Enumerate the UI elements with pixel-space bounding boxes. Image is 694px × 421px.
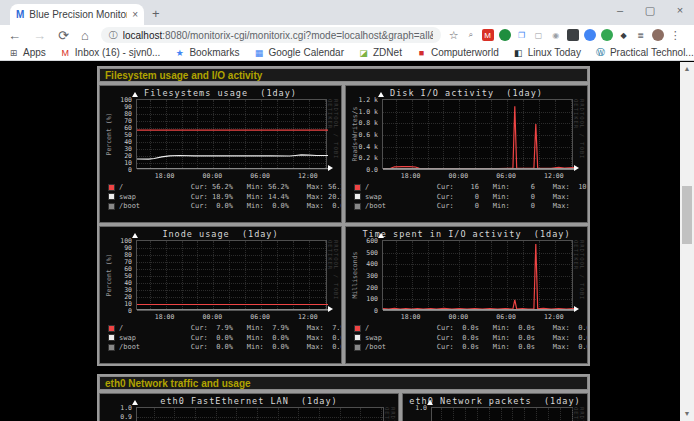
scroll-up-icon[interactable]: ▲ <box>680 62 694 76</box>
scroll-down-icon[interactable]: ▼ <box>680 407 694 421</box>
y-tick-label: 400 <box>346 260 378 268</box>
rrdtool-watermark: RRDTOOL / TOBI OETIKER <box>327 99 339 169</box>
bookmark-zdnet-icon: ◪ <box>358 48 369 58</box>
chart-filesystems-usage: Filesystems usage (1day)Percent (%)10090… <box>99 85 342 223</box>
bookmark-label: Practical Technol... <box>610 47 694 58</box>
legend-cur: Cur: 0.0s <box>417 324 479 332</box>
bookmark-label: Inbox (16) - sjvn0... <box>75 47 161 58</box>
bookmark-practical-technol[interactable]: ⓌPractical Technol... <box>595 46 694 59</box>
v-gridline <box>195 408 196 421</box>
monitorix-page: Filesystem usage and I/O activity Filesy… <box>0 62 694 421</box>
legend-max: Max: 0.0s <box>535 343 588 351</box>
v-gridline <box>536 408 537 421</box>
bookmark-star-icon[interactable]: ☆ <box>449 29 459 42</box>
green-circle-extension-icon[interactable] <box>601 29 613 41</box>
legend-cur: Cur: 18.9% <box>171 193 233 201</box>
x-tick-label: 06:00 <box>245 313 275 321</box>
y-tick-label: 300 <box>346 272 378 280</box>
home-button[interactable]: ⌂ <box>81 28 89 43</box>
v-gridline <box>360 408 361 421</box>
profile-avatar[interactable] <box>652 29 664 41</box>
new-tab-button[interactable]: + <box>152 6 160 21</box>
rrdtool-watermark: RRDTOOL / TOBI OETIKER <box>573 407 585 421</box>
bookmark-bookmarks[interactable]: ★Bookmarks <box>174 47 239 58</box>
legend-min: Min: 0.0s <box>479 334 535 342</box>
legend-row: /Cur: 0.0sMin: 0.0sMax: 0.6s <box>354 324 583 332</box>
tab-close-icon[interactable]: × <box>132 9 138 20</box>
page-info-icon[interactable]: ⓘ <box>109 29 118 42</box>
monitorix-favicon: M <box>16 9 24 20</box>
reload-button[interactable]: ⟳ <box>58 28 69 43</box>
legend-swatch <box>108 334 115 341</box>
v-gridline <box>441 408 442 421</box>
legend-row: swapCur: 18.9%Min: 14.4%Max: 20.5% <box>108 193 337 201</box>
gmail-extension-icon[interactable]: M <box>482 29 494 41</box>
search-extension-icon[interactable]: ⌕ <box>465 29 477 41</box>
legend-name: swap <box>119 334 171 342</box>
legend-swatch <box>108 203 115 210</box>
bookmark-zdnet[interactable]: ◪ZDNet <box>358 47 402 58</box>
legend-name: / <box>119 183 171 191</box>
legend-max: Max: 0 <box>535 193 588 201</box>
y-tick-label: 1.2 k <box>346 96 378 104</box>
x-tick-label: 06:00 <box>491 313 521 321</box>
legend-swatch <box>354 334 361 341</box>
v-gridline <box>340 408 341 421</box>
y-tick-label: 1.0 <box>100 404 132 412</box>
address-bar[interactable]: ⓘ localhost:8080/monitorix-cgi/monitorix… <box>101 27 441 43</box>
copy-pages-extension-icon[interactable]: ❐ <box>516 29 528 41</box>
chart-eth0-lan: eth0 FastEthernet LAN (1day)1.00.9RRDTOO… <box>99 393 399 421</box>
v-gridline <box>298 408 299 421</box>
minimize-button[interactable]: – <box>614 4 626 17</box>
bookmark-inbox[interactable]: MInbox (16) - sjvn0... <box>60 47 161 58</box>
chart-inode-usage: Inode usage (1day)Percent (%)10090807060… <box>99 226 342 364</box>
dark-square-extension-icon[interactable] <box>567 29 579 41</box>
plot-area <box>136 99 327 169</box>
bookmark-apps[interactable]: ⊞Apps <box>8 47 46 58</box>
maximize-button[interactable]: ▢ <box>644 4 656 17</box>
y-tick-label: 600 <box>346 237 378 245</box>
bookmark-linux-today[interactable]: ◧Linux Today <box>513 47 581 58</box>
v-gridline <box>548 408 549 421</box>
legend-cur: Cur: 0.0% <box>171 343 233 351</box>
legend-min: Min: 0.0s <box>479 324 535 332</box>
url-text: localhost:8080/monitorix-cgi/monitorix.c… <box>123 30 433 41</box>
v-gridline <box>381 408 382 421</box>
legend-min: Min: 0 <box>479 202 535 210</box>
y-tick-label: 0.2 k <box>346 154 378 162</box>
v-gridline <box>453 408 454 421</box>
x-tick-label: 06:00 <box>245 172 275 180</box>
legend-name: /boot <box>119 202 171 210</box>
bookmark-label: ZDNet <box>373 47 402 58</box>
bookmark-label: Linux Today <box>528 47 581 58</box>
plot-area <box>136 240 327 310</box>
reading-list-icon[interactable]: ≣ <box>635 29 647 41</box>
chrome-menu-icon[interactable]: ⋮ <box>670 29 681 42</box>
legend-max: Max: 0.0s <box>535 334 588 342</box>
section-eth0: eth0 Network traffic and usage eth0 Fast… <box>97 374 590 421</box>
legend-max: Max: 0.0% <box>289 202 342 210</box>
scrollbar-thumb[interactable] <box>682 186 692 244</box>
v-gridline <box>512 408 513 421</box>
bookmark-computerworld[interactable]: ■Computerworld <box>416 47 499 58</box>
close-button[interactable]: × <box>674 4 686 17</box>
legend-row: swapCur: 0.0%Min: 0.0%Max: 0.0% <box>108 334 337 342</box>
page-scrollbar[interactable]: ▲ ▼ <box>680 62 694 421</box>
x-tick-label: 12:00 <box>539 172 569 180</box>
back-button[interactable]: ← <box>8 28 21 43</box>
speaker-extension-icon[interactable]: ◉ <box>550 29 562 41</box>
bookmark-google-calendar[interactable]: ▦Google Calendar <box>253 47 344 58</box>
y-axis-arrow-icon <box>132 92 138 97</box>
x-tick-label: 00:00 <box>197 172 227 180</box>
v-gridline <box>278 408 279 421</box>
legend-min: Min: 0.0s <box>479 343 535 351</box>
globe-extension-icon[interactable] <box>499 29 511 41</box>
screenshot-extension-icon[interactable]: ▢ <box>533 29 545 41</box>
browser-tab[interactable]: M Blue Precision Monitorix × <box>10 4 144 25</box>
pin-extension-icon[interactable]: ◆ <box>618 29 630 41</box>
legend-name: / <box>119 324 171 332</box>
blue-circle-extension-icon[interactable] <box>584 29 596 41</box>
y-axis-arrow-icon <box>427 400 433 405</box>
plot-area <box>382 99 573 169</box>
legend-cur: Cur: 0 <box>417 202 479 210</box>
